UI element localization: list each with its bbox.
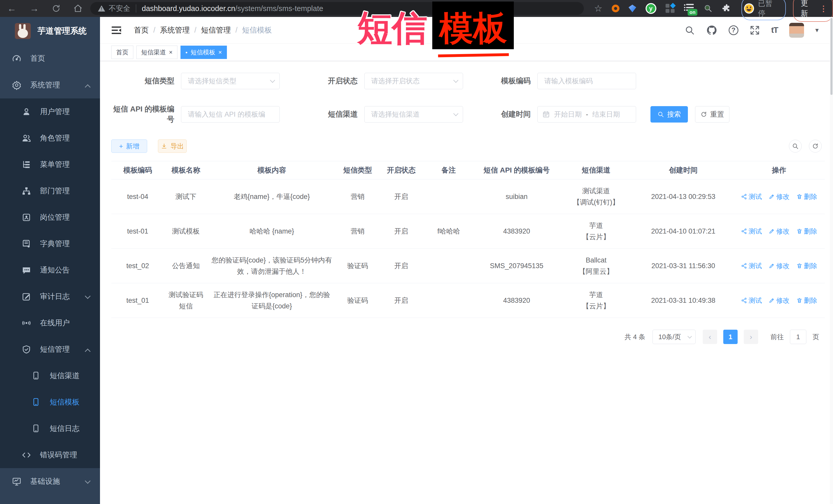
delete-link[interactable]: 删除 [796,260,817,271]
channel-select[interactable]: 请选择短信渠道 [364,106,463,123]
template-code-input[interactable] [538,73,636,89]
sidebar-item-posts[interactable]: 岗位管理 [0,204,100,231]
bookmark-star-icon[interactable]: ☆ [594,3,602,14]
sidebar-item-sms-log[interactable]: 短信日志 [0,415,100,442]
date-range-picker[interactable]: 开始日期 - 结束日期 [538,106,636,123]
chevron-down-icon [85,478,91,484]
tag-home[interactable]: 首页 [111,46,133,59]
breadcrumb-sms[interactable]: 短信管理 [201,25,231,35]
sidebar-item-audit-log[interactable]: 审计日志 [0,283,100,310]
not-secure-label: 不安全 [109,4,130,13]
api-template-id-input[interactable] [181,106,280,123]
sms-type-label: 短信类型 [111,76,181,86]
add-button[interactable]: + 新增 [111,140,147,153]
channel-label: 短信渠道 [280,109,364,119]
browser-back-icon[interactable]: ← [7,0,17,17]
fullscreen-icon[interactable] [750,25,760,35]
current-page-button[interactable]: 1 [723,330,738,344]
close-icon[interactable]: × [169,49,172,56]
col-type: 短信类型 [336,161,379,179]
delete-link[interactable]: 删除 [796,225,817,237]
next-page-button[interactable]: › [744,330,758,344]
url-path: /system/sms/sms-template [235,4,323,13]
window-scrollbar[interactable] [830,17,833,504]
reset-button[interactable]: 重置 [695,106,730,123]
close-icon[interactable]: × [218,49,222,56]
refresh-button[interactable] [809,140,822,152]
sidebar-item-online-users[interactable]: 在线用户 [0,310,100,336]
github-icon[interactable] [706,25,717,36]
search-button[interactable]: 搜索 [650,106,688,123]
app-logo-row[interactable]: 芋道管理系统 [0,17,100,45]
dashboard-icon [12,54,22,63]
sidebar-item-users[interactable]: 用户管理 [0,98,100,125]
browser-menu-kebab-icon[interactable]: ⋮ [820,4,827,13]
delete-link[interactable]: 删除 [796,191,817,202]
sidebar-item-system[interactable]: 系统管理 [0,72,100,98]
edit-link[interactable]: 修改 [769,191,790,202]
breadcrumb-home[interactable]: 首页 [134,25,149,35]
test-link[interactable]: 测试 [741,191,762,202]
status-select[interactable]: 请选择开启状态 [364,73,463,89]
sidebar-item-sms[interactable]: 短信管理 [0,336,100,362]
browser-reload-icon[interactable] [52,4,61,13]
goto-page-input[interactable] [790,330,806,344]
test-link[interactable]: 测试 [741,295,762,306]
extension-green-y-icon[interactable]: y [646,3,656,14]
extension-blue-gem-icon[interactable] [629,5,636,12]
breadcrumb-system[interactable]: 系统管理 [160,25,190,35]
browser-profile-button[interactable]: 已暂停 [741,0,786,20]
avatar-caret-icon[interactable]: ▾ [815,26,819,34]
page-size-select[interactable]: 10条/页 [652,330,696,344]
extension-grid-icon[interactable] [666,4,675,13]
chevron-up-icon [85,349,91,355]
table-row: test_01 测试验证码短信 正在进行登录操作{operation}，您的验证… [111,283,825,318]
test-link[interactable]: 测试 [741,260,762,271]
gear-icon [12,80,22,90]
prev-page-button[interactable]: ‹ [703,330,717,344]
tag-sms-template[interactable]: ● 短信模板 × [181,46,227,59]
sidebar-item-dicts[interactable]: 字典管理 [0,231,100,257]
sidebar-item-home[interactable]: 首页 [0,45,100,72]
extension-magnifier-icon[interactable] [704,4,713,13]
edit-link[interactable]: 修改 [769,295,790,306]
sidebar-collapse-icon[interactable] [111,25,122,36]
profile-avatar-icon [744,3,754,14]
font-size-icon[interactable]: tT [771,25,778,35]
col-status: 开启状态 [379,161,423,179]
tag-sms-channel[interactable]: 短信渠道 × [136,46,177,59]
users-group-icon [22,133,31,143]
delete-link[interactable]: 删除 [796,295,817,306]
sidebar-item-infrastructure[interactable]: 基础设施 [0,468,100,495]
monitor-icon [12,477,22,486]
scrollbar-thumb[interactable] [830,18,832,95]
edit-link[interactable]: 修改 [769,260,790,271]
extensions-puzzle-icon[interactable] [722,4,731,13]
sidebar-item-departments[interactable]: 部门管理 [0,178,100,204]
browser-forward-icon[interactable]: → [30,0,39,17]
sidebar-item-error-codes[interactable]: 错误码管理 [0,442,100,468]
col-api-id: 短信 API 的模板编号 [474,161,559,179]
sidebar-item-roles[interactable]: 角色管理 [0,125,100,151]
sidebar-item-menus[interactable]: 菜单管理 [0,151,100,178]
export-button[interactable]: 导出 [158,140,187,153]
header-search-icon[interactable] [685,25,695,35]
help-icon[interactable]: ? [729,25,738,35]
table-row: test-04 测试下 老鸡{name}，牛逼{code} 营销 开启 suib… [111,179,825,214]
extension-list-icon[interactable]: on [684,4,694,13]
sidebar-item-sms-channel[interactable]: 短信渠道 [0,362,100,389]
tree-list-icon [22,160,31,169]
col-channel: 短信渠道 [559,161,633,179]
sidebar-item-notices[interactable]: 通知公告 [0,257,100,283]
org-chart-icon [22,186,31,196]
browser-update-button[interactable]: 更新 ⋮ [793,0,833,22]
browser-home-icon[interactable] [73,4,82,13]
test-link[interactable]: 测试 [741,225,762,237]
sidebar-item-sms-template[interactable]: 短信模板 [0,389,100,415]
edit-link[interactable]: 修改 [769,225,790,237]
user-avatar[interactable] [789,23,804,38]
chevron-down-icon [453,78,458,83]
toggle-search-button[interactable] [789,140,802,152]
sms-type-select[interactable]: 请选择短信类型 [181,73,280,89]
extension-orange-ring-icon[interactable] [612,5,619,12]
